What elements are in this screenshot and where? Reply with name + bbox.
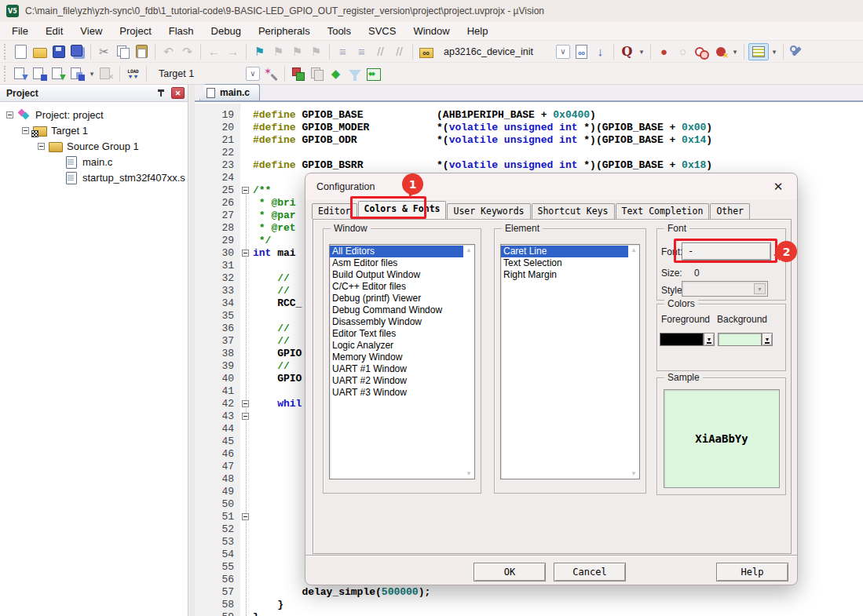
dialog-tab-user-keywords[interactable]: User Keywords xyxy=(447,203,530,219)
redo-icon[interactable]: ↷ xyxy=(178,43,196,60)
undo-icon[interactable]: ↶ xyxy=(159,43,177,60)
dropdown-arrow-icon[interactable]: ▾ xyxy=(770,43,779,60)
fold-collapse-icon[interactable] xyxy=(242,513,249,520)
find-combo-dropdown-icon[interactable]: ∨ xyxy=(556,45,570,59)
menu-file[interactable]: File xyxy=(3,23,37,39)
menu-help[interactable]: Help xyxy=(459,23,497,39)
tree-item-source-group-1[interactable]: Source Group 1 xyxy=(0,138,188,154)
list-item[interactable]: All Editors xyxy=(330,246,463,257)
tree-item-startup-stm32f407xx-s[interactable]: startup_stm32f407xx.s xyxy=(0,169,188,185)
copy-windows-icon[interactable] xyxy=(308,65,326,82)
expander-icon[interactable] xyxy=(38,143,45,150)
scroll-up-icon[interactable]: ▲ xyxy=(466,246,472,253)
list-item[interactable]: Editor Text files xyxy=(330,328,463,340)
target-select[interactable]: Target 1 xyxy=(151,66,243,82)
unindent-icon[interactable]: ≡ xyxy=(334,43,352,60)
dropdown-arrow-icon[interactable]: ▾ xyxy=(637,43,646,60)
target-select-dropdown-icon[interactable]: ∨ xyxy=(246,67,260,81)
manage-rte-icon[interactable] xyxy=(289,65,307,82)
menu-svcs[interactable]: SVCS xyxy=(360,23,404,39)
list-item[interactable]: Debug (printf) Viewer xyxy=(330,293,463,304)
download-load-icon[interactable] xyxy=(124,65,142,82)
build-icon[interactable] xyxy=(31,65,49,82)
next-bookmark-icon[interactable]: ⚑ xyxy=(288,43,306,60)
list-item[interactable]: UART #2 Window xyxy=(330,375,463,387)
fold-collapse-icon[interactable] xyxy=(242,187,249,194)
dialog-tab-shortcut-keys[interactable]: Shortcut Keys xyxy=(532,203,615,219)
comment-icon[interactable]: // xyxy=(371,43,389,60)
current-window-layout-icon[interactable] xyxy=(748,43,769,60)
prev-bookmark-icon[interactable]: ⚑ xyxy=(269,43,287,60)
enable-disable-breakpoint-icon[interactable]: ○ xyxy=(674,43,692,60)
list-item[interactable]: C/C++ Editor files xyxy=(330,281,463,293)
rebuild-all-icon[interactable] xyxy=(49,65,68,82)
navigate-back-icon[interactable]: ← xyxy=(205,43,223,60)
new-file-icon[interactable] xyxy=(12,43,30,60)
expander-icon[interactable] xyxy=(22,127,29,134)
find-combo[interactable]: ap3216c_device_init xyxy=(436,44,554,60)
list-item[interactable]: Text Selection xyxy=(501,257,628,269)
open-file-icon[interactable] xyxy=(31,43,49,60)
manage-books-icon[interactable]: ◆ xyxy=(327,65,345,82)
menu-tools[interactable]: Tools xyxy=(319,23,360,39)
scroll-down-icon[interactable]: ▼ xyxy=(466,470,472,477)
stop-build-icon[interactable] xyxy=(97,65,115,82)
navigate-forward-icon[interactable]: → xyxy=(224,43,242,60)
dropdown-arrow-icon[interactable]: ▾ xyxy=(87,65,97,82)
find-in-files-icon[interactable] xyxy=(417,43,435,60)
disable-all-breakpoints-icon[interactable] xyxy=(693,43,711,60)
fold-collapse-icon[interactable] xyxy=(242,400,249,407)
window-list-scrollbar[interactable]: ▲▼ xyxy=(463,245,474,479)
menu-edit[interactable]: Edit xyxy=(37,23,71,39)
find-in-files-q-icon[interactable]: Q xyxy=(618,43,636,60)
background-color-swatch[interactable] xyxy=(718,333,762,346)
background-dropdown-icon[interactable] xyxy=(762,333,773,346)
options-for-target-icon[interactable] xyxy=(262,65,280,82)
menu-debug[interactable]: Debug xyxy=(203,23,250,39)
ok-button[interactable]: OK xyxy=(474,563,546,581)
cancel-button[interactable]: Cancel xyxy=(554,563,626,581)
insert-breakpoint-icon[interactable]: ● xyxy=(655,43,673,60)
incremental-find-icon[interactable]: ↓ xyxy=(591,43,609,60)
file-extensions-icon[interactable] xyxy=(346,65,364,82)
foreground-color-swatch[interactable] xyxy=(660,333,704,346)
panel-splitter[interactable] xyxy=(189,85,195,616)
clear-bookmarks-icon[interactable]: ⚑ xyxy=(307,43,325,60)
fold-collapse-icon[interactable] xyxy=(242,413,249,420)
menu-flash[interactable]: Flash xyxy=(160,23,203,39)
toolbar-grip[interactable] xyxy=(4,44,9,60)
scroll-down-icon[interactable]: ▼ xyxy=(631,470,637,477)
list-item[interactable]: UART #3 Window xyxy=(330,387,463,399)
list-item[interactable]: Right Margin xyxy=(501,269,628,281)
kill-all-breakpoints-icon[interactable] xyxy=(711,43,730,60)
menu-project[interactable]: Project xyxy=(111,23,159,39)
list-item[interactable]: Logic Analyzer xyxy=(330,340,463,352)
save-icon[interactable] xyxy=(49,43,68,60)
scroll-up-icon[interactable]: ▲ xyxy=(631,246,637,253)
translate-file-icon[interactable] xyxy=(12,65,30,82)
tab-main-c[interactable]: main.c xyxy=(199,84,260,100)
dialog-tab-other[interactable]: Other xyxy=(710,203,750,219)
element-listbox[interactable]: Caret LineText SelectionRight Margin ▲▼ xyxy=(500,244,640,479)
dialog-tab-text-completion[interactable]: Text Completion xyxy=(616,203,710,219)
list-item[interactable]: Asm Editor files xyxy=(330,257,463,269)
save-all-icon[interactable] xyxy=(68,43,86,60)
expander-icon[interactable] xyxy=(6,111,13,118)
tree-item-target-1[interactable]: Target 1 xyxy=(0,122,188,138)
toggle-bookmark-icon[interactable]: ⚑ xyxy=(250,43,269,60)
dropdown-arrow-icon[interactable]: ▾ xyxy=(730,43,740,60)
paste-icon[interactable] xyxy=(133,43,151,60)
style-select[interactable] xyxy=(682,281,768,297)
batch-build-icon[interactable] xyxy=(68,65,86,82)
window-listbox[interactable]: All EditorsAsm Editor filesBuild Output … xyxy=(329,244,475,479)
list-item[interactable]: Build Output Window xyxy=(330,269,463,281)
list-item[interactable]: Disassembly Window xyxy=(330,316,463,328)
menu-window[interactable]: Window xyxy=(404,23,458,39)
toolbar-grip[interactable] xyxy=(4,66,9,82)
list-item[interactable]: UART #1 Window xyxy=(330,363,463,375)
menu-view[interactable]: View xyxy=(71,23,111,39)
menu-peripherals[interactable]: Peripherals xyxy=(250,23,319,39)
tree-item-project-project[interactable]: Project: project xyxy=(0,107,188,122)
dialog-close-icon[interactable]: ✕ xyxy=(770,180,786,194)
help-button[interactable]: Help xyxy=(716,563,788,581)
